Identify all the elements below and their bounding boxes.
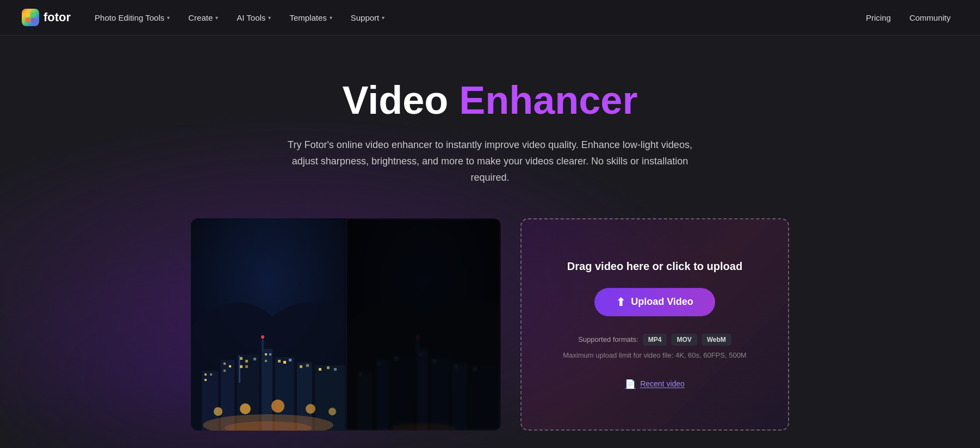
svg-rect-56 — [395, 357, 398, 360]
svg-point-42 — [328, 408, 336, 415]
main-content-row: Drag video here or click to upload ⬆ Upl… — [191, 218, 789, 431]
svg-rect-16 — [204, 379, 207, 381]
nav-item-templates[interactable]: Templates ▾ — [282, 9, 339, 27]
svg-rect-51 — [470, 365, 501, 431]
video-after-panel — [346, 218, 501, 431]
hero-subtitle: Try Fotor's online video enhancer to ins… — [278, 137, 702, 186]
nav-item-support[interactable]: Support ▾ — [343, 9, 393, 27]
svg-point-53 — [416, 335, 419, 339]
hero-section: Video Enhancer Try Fotor's online video … — [0, 35, 980, 448]
svg-rect-49 — [430, 357, 449, 431]
upload-icon: ⬆ — [616, 296, 625, 309]
city-buildings-after-svg — [346, 218, 501, 431]
svg-point-39 — [240, 403, 251, 414]
video-comparison — [191, 218, 501, 431]
svg-rect-52 — [417, 338, 419, 352]
chevron-down-icon: ▾ — [382, 15, 384, 21]
svg-rect-15 — [210, 373, 212, 376]
svg-point-41 — [306, 404, 315, 414]
format-badge-webm: WebM — [702, 334, 731, 346]
svg-rect-45 — [357, 371, 373, 431]
city-buildings-before-svg — [191, 218, 346, 431]
svg-rect-35 — [334, 368, 337, 371]
svg-rect-2 — [26, 18, 30, 22]
svg-rect-14 — [204, 373, 207, 376]
page-title: Video Enhancer — [343, 79, 638, 122]
svg-rect-57 — [420, 353, 422, 355]
svg-point-38 — [214, 407, 222, 416]
upload-panel[interactable]: Drag video here or click to upload ⬆ Upl… — [520, 218, 789, 431]
svg-rect-31 — [300, 365, 302, 368]
format-badge-mp4: MP4 — [643, 334, 667, 346]
svg-rect-26 — [269, 353, 271, 355]
chevron-down-icon: ▾ — [330, 15, 332, 21]
svg-rect-46 — [376, 360, 389, 431]
svg-rect-12 — [262, 338, 264, 352]
svg-rect-60 — [474, 368, 476, 371]
svg-rect-28 — [278, 360, 281, 363]
svg-rect-22 — [253, 358, 256, 360]
svg-rect-47 — [392, 354, 414, 431]
logo-icon — [22, 9, 39, 26]
svg-rect-21 — [245, 360, 248, 363]
svg-rect-58 — [433, 360, 436, 363]
format-badge-mov: MOV — [671, 334, 697, 346]
svg-rect-27 — [265, 360, 267, 362]
svg-rect-32 — [306, 364, 309, 367]
upload-limit-text: Maximum upload limit for video file: 4K,… — [563, 351, 746, 359]
nav-item-photo-editing[interactable]: Photo Editing Tools ▾ — [87, 9, 177, 27]
chevron-down-icon: ▾ — [268, 15, 271, 21]
nav-right: Pricing Community — [858, 9, 958, 27]
svg-rect-25 — [265, 353, 267, 355]
svg-rect-19 — [224, 370, 226, 372]
svg-rect-17 — [224, 363, 226, 365]
chevron-down-icon: ▾ — [215, 15, 218, 21]
city-scene-before — [191, 218, 346, 431]
upload-video-button[interactable]: ⬆ Upload Video — [594, 288, 715, 316]
logo-text: fotor — [44, 10, 71, 24]
nav-item-create[interactable]: Create ▾ — [181, 9, 226, 27]
recent-video-link[interactable]: 📄 Recent video — [625, 379, 685, 389]
nav-item-ai-tools[interactable]: AI Tools ▾ — [229, 9, 278, 27]
svg-rect-34 — [327, 366, 330, 369]
svg-rect-30 — [289, 359, 291, 361]
formats-row: Supported formats: MP4 MOV WebM — [578, 334, 731, 346]
navbar: fotor Photo Editing Tools ▾ Create ▾ AI … — [0, 0, 980, 35]
svg-point-13 — [261, 335, 264, 339]
svg-rect-54 — [359, 373, 362, 376]
svg-rect-48 — [417, 349, 427, 431]
chevron-down-icon: ▾ — [167, 15, 170, 21]
svg-rect-3 — [31, 18, 35, 22]
svg-rect-55 — [379, 363, 381, 365]
recent-video-icon: 📄 — [625, 379, 636, 389]
city-scene-after — [346, 218, 501, 431]
svg-rect-59 — [455, 365, 457, 368]
video-before-panel — [191, 218, 346, 431]
svg-rect-33 — [319, 368, 321, 371]
nav-item-community[interactable]: Community — [902, 9, 958, 27]
svg-rect-24 — [245, 365, 248, 368]
upload-drag-text: Drag video here or click to upload — [567, 260, 742, 273]
svg-point-40 — [271, 400, 284, 413]
logo-link[interactable]: fotor — [22, 9, 71, 26]
svg-rect-43 — [239, 355, 240, 383]
hero-content: Video Enhancer Try Fotor's online video … — [22, 79, 958, 431]
nav-menu: Photo Editing Tools ▾ Create ▾ AI Tools … — [87, 9, 858, 27]
svg-rect-1 — [31, 13, 35, 17]
nav-item-pricing[interactable]: Pricing — [858, 9, 898, 27]
svg-rect-18 — [229, 365, 231, 367]
svg-rect-50 — [452, 363, 467, 431]
formats-label: Supported formats: — [578, 335, 638, 343]
svg-rect-0 — [26, 13, 30, 17]
svg-rect-29 — [283, 361, 286, 364]
